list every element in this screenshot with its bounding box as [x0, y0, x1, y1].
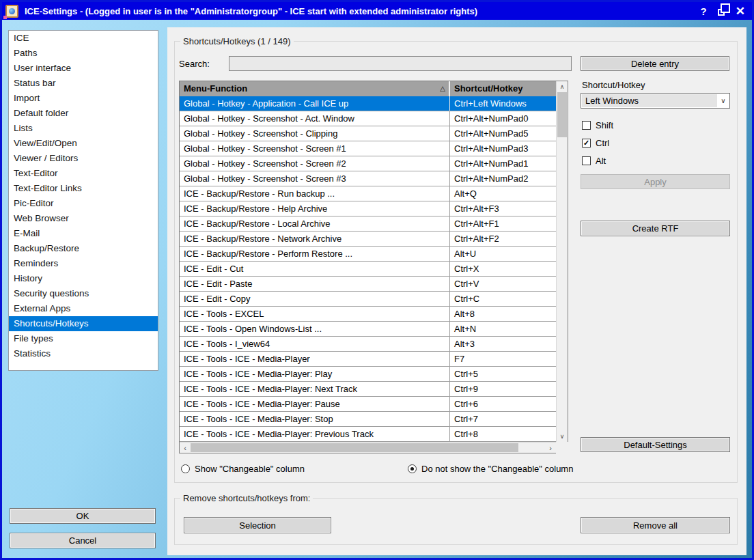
- shortcut-cell: Ctrl+Alt+NumPad3: [450, 141, 556, 156]
- sidebar-item-text-editor[interactable]: Text-Editor: [9, 166, 158, 181]
- shortcut-cell: Ctrl+9: [450, 382, 556, 396]
- horizontal-scrollbar[interactable]: ‹ ›: [180, 442, 556, 453]
- sidebar-item-reminders[interactable]: Reminders: [9, 256, 158, 271]
- menu-function-cell: ICE - Tools - ICE - Media-Player: Stop: [180, 412, 450, 426]
- hotkeys-table: Menu-Function △ Shortcut/Hotkey Global -…: [179, 81, 568, 453]
- sidebar-item-paths[interactable]: Paths: [9, 46, 158, 61]
- delete-entry-button[interactable]: Delete entry: [581, 56, 729, 71]
- sidebar-item-web-browser[interactable]: Web Browser: [9, 211, 158, 226]
- close-button[interactable]: ✕: [736, 5, 745, 17]
- table-row[interactable]: Global - Hotkey - Application - Call ICE…: [180, 96, 556, 111]
- titlebar[interactable]: ICE-Settings - (Logged in user is in the…: [2, 2, 752, 20]
- shortcut-cell: Ctrl+Alt+NumPad5: [450, 126, 556, 141]
- shortcut-cell: Ctrl+C: [450, 292, 556, 306]
- chevron-down-icon[interactable]: ∨: [717, 94, 729, 108]
- table-row[interactable]: ICE - Edit - CopyCtrl+C: [180, 292, 556, 307]
- table-row[interactable]: Global - Hotkey - Screenshot - Screen #1…: [180, 141, 556, 156]
- table-row[interactable]: ICE - Tools - ICE - Media-Player: Previo…: [180, 427, 556, 442]
- vertical-scrollbar-thumb[interactable]: [557, 92, 567, 137]
- scroll-down-icon[interactable]: ∨: [557, 431, 568, 442]
- remove-selection-button[interactable]: Selection: [184, 517, 331, 533]
- column-header-shortcut-hotkey[interactable]: Shortcut/Hotkey: [450, 81, 556, 96]
- sidebar-item-import[interactable]: Import: [9, 91, 158, 106]
- table-row[interactable]: ICE - Tools - I_view64Alt+3: [180, 337, 556, 352]
- column-header-label: Menu-Function: [184, 81, 247, 96]
- sidebar-item-viewer-editors[interactable]: Viewer / Editors: [9, 151, 158, 166]
- sidebar-item-view-edit-open[interactable]: View/Edit/Open: [9, 136, 158, 151]
- table-row[interactable]: ICE - Tools - ICE - Media-Player: Next T…: [180, 382, 556, 397]
- table-row[interactable]: Global - Hotkey - Screenshot - ClippingC…: [180, 126, 556, 141]
- shortcut-cell: Ctrl+Alt+F2: [450, 232, 556, 246]
- checkbox-shift[interactable]: Shift: [582, 120, 613, 130]
- horizontal-scrollbar-thumb[interactable]: [191, 443, 518, 452]
- restore-button[interactable]: [718, 7, 725, 16]
- sidebar-item-status-bar[interactable]: Status bar: [9, 76, 158, 91]
- table-row[interactable]: ICE - Tools - ICE - Media-Player: StopCt…: [180, 412, 556, 427]
- remove-all-button[interactable]: Remove all: [581, 517, 730, 533]
- menu-function-cell: Global - Hotkey - Screenshot - Screen #2: [180, 156, 450, 171]
- table-row[interactable]: ICE - Edit - CutCtrl+X: [180, 262, 556, 277]
- table-row[interactable]: ICE - Tools - ICE - Media-Player: PlayCt…: [180, 367, 556, 382]
- table-row[interactable]: Global - Hotkey - Screenshot - Act. Wind…: [180, 111, 556, 126]
- menu-function-cell: ICE - Tools - ICE - Media-Player: Play: [180, 367, 450, 381]
- table-row[interactable]: ICE - Backup/Restore - Help ArchiveCtrl+…: [180, 201, 556, 216]
- default-settings-button[interactable]: Default-Settings: [581, 437, 730, 452]
- sidebar-item-e-mail[interactable]: E-Mail: [9, 226, 158, 241]
- create-rtf-button[interactable]: Create RTF: [581, 221, 730, 236]
- help-button[interactable]: ?: [701, 6, 707, 16]
- table-row[interactable]: ICE - Tools - EXCELAlt+8: [180, 307, 556, 322]
- sidebar-item-pic-editor[interactable]: Pic-Editor: [9, 196, 158, 211]
- column-header-menu-function[interactable]: Menu-Function △: [180, 81, 450, 96]
- table-header-row: Menu-Function △ Shortcut/Hotkey: [180, 81, 556, 96]
- radio-do-not-show-the-changeable-column[interactable]: Do not show the "Changeable" column: [408, 464, 573, 474]
- cancel-button[interactable]: Cancel: [10, 533, 156, 548]
- sidebar-item-history[interactable]: History: [9, 271, 158, 286]
- sidebar-item-shortcuts-hotkeys[interactable]: Shortcuts/Hotkeys: [9, 316, 158, 331]
- sidebar-item-lists[interactable]: Lists: [9, 121, 158, 136]
- table-row[interactable]: ICE - Backup/Restore - Local ArchiveCtrl…: [180, 216, 556, 232]
- menu-function-cell: ICE - Backup/Restore - Local Archive: [180, 216, 450, 231]
- menu-function-cell: ICE - Tools - I_view64: [180, 337, 450, 351]
- table-row[interactable]: ICE - Backup/Restore - Perform Restore .…: [180, 247, 556, 262]
- sidebar-item-user-interface[interactable]: User interface: [9, 61, 158, 76]
- table-row[interactable]: ICE - Backup/Restore - Network ArchiveCt…: [180, 232, 556, 247]
- sidebar-item-text-editor-links[interactable]: Text-Editor Links: [9, 181, 158, 196]
- table-row[interactable]: Global - Hotkey - Screenshot - Screen #3…: [180, 171, 556, 186]
- scroll-right-icon[interactable]: ›: [545, 443, 556, 453]
- table-row[interactable]: ICE - Tools - Open Windows-List ...Alt+N: [180, 322, 556, 337]
- table-row[interactable]: ICE - Edit - PasteCtrl+V: [180, 277, 556, 292]
- hotkey-dropdown[interactable]: Left Windows ∨: [581, 93, 730, 109]
- menu-function-cell: Global - Hotkey - Screenshot - Clipping: [180, 126, 450, 141]
- menu-function-cell: Global - Hotkey - Screenshot - Screen #3: [180, 171, 450, 186]
- scroll-up-icon[interactable]: ∧: [557, 81, 568, 92]
- sidebar-item-file-types[interactable]: File types: [9, 331, 158, 346]
- sidebar-item-external-apps[interactable]: External Apps: [9, 301, 158, 316]
- vertical-scrollbar[interactable]: ∧ ∨: [556, 81, 568, 442]
- checkbox-ctrl[interactable]: ✓Ctrl: [582, 138, 613, 148]
- menu-function-cell: ICE - Tools - ICE - Media-Player: Previo…: [180, 427, 450, 441]
- radio-show-changeable-column[interactable]: Show "Changeable" column: [181, 464, 305, 474]
- menu-function-cell: ICE - Tools - ICE - Media-Player: Next T…: [180, 382, 450, 396]
- sidebar-item-backup-restore[interactable]: Backup/Restore: [9, 241, 158, 256]
- apply-button[interactable]: Apply: [581, 174, 730, 189]
- checkbox-alt[interactable]: Alt: [582, 156, 613, 165]
- table-row[interactable]: ICE - Tools - ICE - Media-PlayerF7: [180, 352, 556, 367]
- shortcuts-hotkeys-panel: Shortcuts/Hotkeys (1 / 149) Search: Dele…: [167, 27, 746, 555]
- sort-asc-icon: △: [440, 81, 445, 96]
- table-row[interactable]: ICE - Backup/Restore - Run backup ...Alt…: [180, 186, 556, 201]
- sidebar-item-statistics[interactable]: Statistics: [9, 346, 158, 361]
- sidebar-item-default-folder[interactable]: Default folder: [9, 106, 158, 121]
- sidebar-item-security-questions[interactable]: Security questions: [9, 286, 158, 301]
- close-icon: ✕: [736, 5, 745, 17]
- restore-icon: [718, 9, 725, 16]
- scroll-left-icon[interactable]: ‹: [180, 443, 191, 453]
- search-input[interactable]: [229, 56, 572, 71]
- scrollbar-corner: [556, 442, 568, 453]
- shortcut-cell: Ctrl+5: [450, 367, 556, 381]
- ok-button[interactable]: OK: [10, 508, 156, 524]
- sidebar-item-ice[interactable]: ICE: [9, 31, 158, 46]
- table-row[interactable]: ICE - Tools - ICE - Media-Player: PauseC…: [180, 397, 556, 412]
- shortcut-cell: Ctrl+Left Windows: [450, 96, 556, 111]
- shortcut-cell: Ctrl+8: [450, 427, 556, 441]
- table-row[interactable]: Global - Hotkey - Screenshot - Screen #2…: [180, 156, 556, 171]
